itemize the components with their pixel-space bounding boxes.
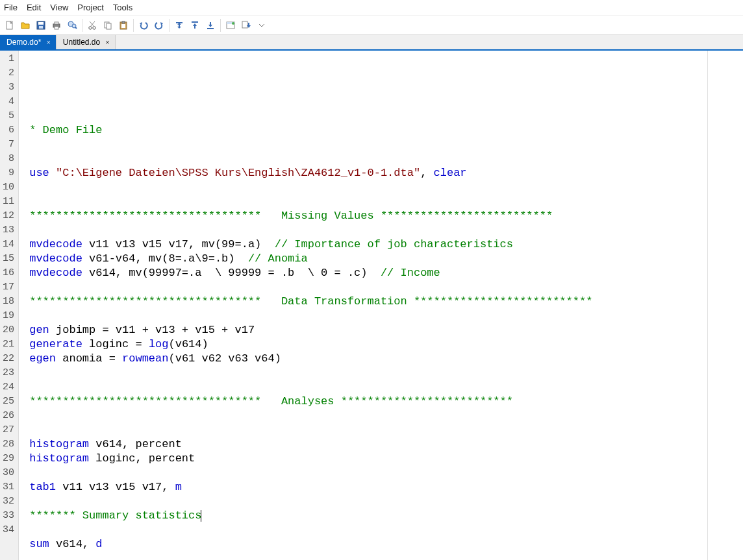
line-number: 1 (3, 52, 14, 66)
find-icon[interactable] (65, 18, 79, 32)
code-line[interactable]: mvdecode v614, mv(99997=.a \ 99999 = .b … (23, 266, 743, 280)
cut-icon[interactable] (85, 18, 99, 32)
line-number: 18 (3, 295, 14, 309)
line-number: 17 (3, 280, 14, 295)
line-number: 16 (3, 266, 14, 280)
line-number: 9 (3, 166, 14, 180)
code-line[interactable]: tab1 v11 v13 v15 v17, m (23, 480, 743, 494)
line-number: 10 (3, 180, 14, 195)
code-line[interactable]: generate loginc = log(v614) (23, 337, 743, 352)
code-editor[interactable]: 1234567891011121314151617181920212223242… (0, 51, 743, 560)
svg-rect-2 (38, 22, 44, 25)
print-icon[interactable] (49, 18, 64, 32)
code-line[interactable] (23, 409, 743, 423)
code-line[interactable] (23, 494, 743, 509)
menu-project[interactable]: Project (77, 3, 103, 12)
open-icon[interactable] (18, 18, 32, 32)
indent-toggle-icon[interactable] (172, 18, 186, 32)
line-number: 3 (3, 80, 14, 95)
svg-rect-18 (121, 24, 125, 28)
indent-icon[interactable] (203, 18, 218, 32)
svg-rect-3 (39, 26, 43, 29)
line-number: 32 (3, 494, 14, 509)
code-line[interactable] (23, 552, 743, 560)
code-area[interactable]: * Demo File use "C:\Eigene Dateien\SPSS … (19, 51, 743, 560)
code-line[interactable]: use "C:\Eigene Dateien\SPSS Kurs\English… (23, 166, 743, 180)
code-line[interactable] (23, 380, 743, 395)
code-line[interactable] (23, 280, 743, 295)
code-line[interactable] (23, 423, 743, 437)
line-number: 13 (3, 223, 14, 237)
code-line[interactable] (23, 466, 743, 480)
line-number: 4 (3, 95, 14, 109)
line-number: 34 (3, 523, 14, 537)
code-line[interactable] (23, 223, 743, 237)
code-line[interactable] (23, 109, 743, 123)
line-number: 27 (3, 423, 14, 437)
line-number: 23 (3, 366, 14, 380)
code-line[interactable]: *********************************** Data… (23, 295, 743, 309)
line-number: 19 (3, 309, 14, 323)
svg-point-27 (232, 22, 234, 25)
line-number: 14 (3, 237, 14, 252)
save-icon[interactable] (34, 18, 48, 32)
close-icon[interactable]: × (104, 38, 110, 46)
code-line[interactable] (23, 138, 743, 152)
run-icon[interactable] (239, 18, 253, 32)
tab-label: Untitled.do (63, 38, 100, 47)
code-line[interactable] (23, 309, 743, 323)
copy-icon[interactable] (101, 18, 115, 32)
line-number: 29 (3, 452, 14, 466)
new-file-icon[interactable] (3, 18, 17, 32)
menu-tools[interactable]: Tools (113, 3, 132, 12)
svg-rect-6 (55, 27, 58, 29)
line-number: 2 (3, 66, 14, 80)
code-line[interactable]: ******* Summary statistics (23, 509, 743, 523)
redo-icon[interactable] (152, 18, 166, 32)
code-line[interactable]: mvdecode v11 v13 v15 v17, mv(99=.a) // I… (23, 237, 743, 252)
tab-label: Demo.do* (6, 38, 41, 47)
menu-view[interactable]: View (50, 3, 68, 12)
code-line[interactable]: sum v614, d (23, 537, 743, 552)
menu-bar: FileEditViewProjectTools (0, 0, 743, 16)
code-line[interactable] (23, 180, 743, 195)
menu-edit[interactable]: Edit (27, 3, 41, 12)
tab-strip: Demo.do*×Untitled.do× (0, 35, 743, 51)
undo-icon[interactable] (136, 18, 151, 32)
code-line[interactable]: *********************************** Miss… (23, 209, 743, 223)
bookmark-icon[interactable] (223, 18, 238, 32)
toolbar-separator (82, 19, 82, 32)
svg-line-13 (90, 21, 94, 27)
svg-rect-28 (242, 21, 247, 28)
code-line[interactable]: *********************************** Anal… (23, 395, 743, 409)
toolbar-separator (169, 19, 170, 32)
code-line[interactable] (23, 195, 743, 209)
code-line[interactable] (23, 366, 743, 380)
code-line[interactable] (23, 95, 743, 109)
toolbar-overflow-icon[interactable] (255, 18, 269, 32)
code-line[interactable] (23, 152, 743, 166)
code-line[interactable]: histogram v614, percent (23, 437, 743, 452)
unindent-icon[interactable] (188, 18, 202, 32)
line-number: 31 (3, 480, 14, 494)
text-caret (201, 510, 201, 522)
line-number: 11 (3, 195, 14, 209)
line-number: 30 (3, 466, 14, 480)
toolbar-separator (133, 19, 134, 32)
paste-icon[interactable] (116, 18, 131, 32)
code-line[interactable] (23, 523, 743, 537)
line-number: 20 (3, 323, 14, 337)
line-number: 21 (3, 337, 14, 352)
menu-file[interactable]: File (4, 3, 18, 12)
code-line[interactable]: egen anomia = rowmean(v61 v62 v63 v64) (23, 352, 743, 366)
code-line[interactable]: mvdecode v61-v64, mv(8=.a\9=.b) // Anomi… (23, 252, 743, 266)
close-icon[interactable]: × (45, 38, 51, 46)
code-line[interactable]: histogram loginc, percent (23, 452, 743, 466)
code-line[interactable]: * Demo File (23, 123, 743, 138)
line-number-gutter: 1234567891011121314151617181920212223242… (0, 51, 19, 560)
tab-untitled-do[interactable]: Untitled.do× (57, 35, 116, 49)
tab-demo-do-[interactable]: Demo.do*× (0, 35, 57, 49)
code-line[interactable]: gen jobimp = v11 + v13 + v15 + v17 (23, 323, 743, 337)
toolbar (0, 16, 743, 35)
line-number: 28 (3, 437, 14, 452)
